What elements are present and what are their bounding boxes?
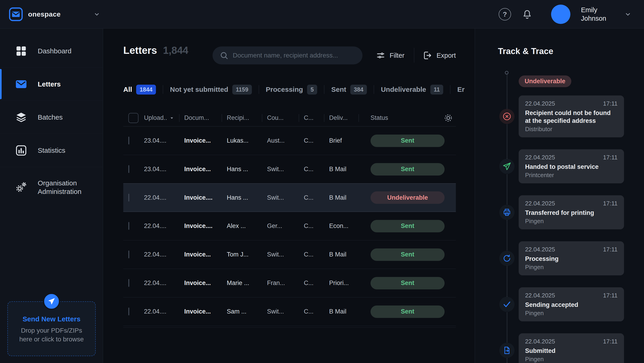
row-checkbox[interactable] — [128, 279, 129, 287]
sidebar-item-dashboard[interactable]: Dashboard — [0, 34, 103, 68]
status-badge: Sent — [370, 248, 444, 261]
timeline-start-dot — [505, 71, 508, 74]
status-badge: Sent — [370, 163, 444, 176]
topbar: onespace ? Emily Johnson — [0, 0, 644, 28]
table-row[interactable]: 23.04.... Invoice... Lukas... Aust... C.… — [123, 126, 456, 155]
panel-title: Track & Trace — [498, 46, 554, 56]
timeline-event-card[interactable]: 22.04.2025 17:11 Transferred for printin… — [519, 195, 624, 229]
error-x-icon — [499, 109, 514, 124]
event-date: 22.04.2025 — [525, 200, 555, 207]
notifications-button[interactable] — [522, 9, 533, 20]
column-header-document[interactable]: Docum... — [184, 114, 227, 122]
table-row-selected[interactable]: 22.04.... Invoice.... Hans ... Swit... C… — [123, 183, 456, 212]
event-source: Pingen — [525, 356, 618, 363]
table-header-row: Upload.. Docum... Recipi... Cou... C... … — [123, 110, 456, 126]
timeline-event: 22.04.2025 17:11 Transferred for printin… — [475, 195, 644, 229]
printer-icon — [499, 205, 514, 220]
event-title: Handed to postal service — [525, 163, 618, 171]
tab-all[interactable]: All 1844 — [123, 85, 163, 94]
tab-undeliverable[interactable]: Undeliverable 11 — [374, 85, 450, 94]
search-icon — [220, 51, 228, 60]
export-icon — [422, 50, 432, 60]
timeline-event-card[interactable]: 22.04.2025 17:11 Processing Pingen — [519, 241, 624, 275]
chevron-down-icon — [94, 11, 100, 18]
table-row[interactable]: 23.04.... Invoice... Hans ... Swit... C.… — [123, 155, 456, 184]
filter-button[interactable]: Filter — [376, 49, 404, 62]
event-source: Pingen — [525, 264, 618, 271]
timeline: Undeliverable 22.04.2025 17:11 Recipient… — [475, 71, 644, 363]
timeline-event-card[interactable]: 22.04.2025 17:11 Handed to postal servic… — [519, 149, 624, 183]
event-time: 17:11 — [603, 292, 618, 299]
search-box — [212, 46, 362, 64]
timeline-event-card[interactable]: 22.04.2025 17:11 Sending accepted Pingen — [519, 287, 624, 321]
status-badge: Sent — [370, 277, 444, 290]
page-title: Letters — [123, 45, 157, 56]
avatar[interactable] — [551, 4, 570, 24]
event-date: 22.04.2025 — [525, 246, 555, 253]
tab-count-badge: 11 — [430, 85, 443, 94]
row-checkbox[interactable] — [128, 308, 129, 316]
timeline-event: 22.04.2025 17:11 Handed to postal servic… — [475, 149, 644, 183]
column-header-recipient[interactable]: Recipi... — [227, 114, 267, 122]
workspace-switcher[interactable]: onespace — [9, 7, 100, 22]
select-all-checkbox[interactable] — [128, 113, 138, 123]
sidebar: Dashboard Letters Batches — [0, 28, 103, 363]
tab-processing[interactable]: Processing 5 — [259, 85, 324, 94]
help-button[interactable]: ? — [499, 8, 511, 20]
bell-icon — [522, 9, 533, 20]
column-header-c[interactable]: C... — [304, 114, 329, 122]
column-header-status[interactable]: Status — [364, 114, 456, 122]
event-title: Recipient could not be found at the spec… — [525, 109, 618, 125]
column-header-country[interactable]: Cou... — [267, 114, 304, 122]
table-settings-button[interactable] — [443, 113, 454, 123]
status-tabs: All 1844 Not yet submitted 1159 Processi… — [123, 82, 472, 97]
row-checkbox[interactable] — [128, 194, 129, 202]
sidebar-item-batches[interactable]: Batches — [0, 101, 103, 134]
document-send-icon — [499, 343, 514, 358]
event-source: Printcenter — [525, 172, 618, 179]
sidebar-item-organisation-administration[interactable]: Organisation Administration — [0, 167, 103, 208]
table-row[interactable]: 22.04.... Invoice... Sam ... Swit... C..… — [123, 298, 456, 326]
send-new-letters-dropzone[interactable]: Send New Letters Drop your PDFs/ZIPs her… — [7, 301, 96, 356]
letters-page: Letters 1,844 Filter Export — [103, 28, 475, 363]
help-icon: ? — [503, 10, 507, 18]
row-checkbox[interactable] — [128, 165, 129, 173]
timeline-event-card[interactable]: 22.04.2025 17:11 Submitted Pingen — [519, 333, 624, 363]
tab-sent[interactable]: Sent 384 — [324, 85, 374, 94]
export-button[interactable]: Export — [422, 49, 456, 62]
active-indicator — [0, 69, 2, 99]
timeline-event: 22.04.2025 17:11 Recipient could not be … — [475, 96, 644, 137]
sidebar-item-label: Organisation Administration — [38, 179, 103, 196]
event-title: Transferred for printing — [525, 209, 618, 217]
table-row[interactable]: 22.04.... Invoice.... Alex ... Ger... C.… — [123, 212, 456, 240]
topbar-actions: ? Emily Johnson — [499, 4, 632, 24]
onespace-logo-icon — [9, 7, 23, 22]
sidebar-item-label: Statistics — [38, 146, 72, 155]
tab-not-yet-submitted[interactable]: Not yet submitted 1159 — [163, 85, 259, 94]
tab-count-badge: 5 — [307, 85, 317, 94]
user-name: Emily Johnson — [581, 6, 614, 22]
timeline-event-card[interactable]: 22.04.2025 17:11 Recipient could not be … — [519, 96, 624, 137]
row-checkbox[interactable] — [128, 250, 129, 258]
table-row[interactable]: 22.04.... Invoice... Marie ... Fran... C… — [123, 269, 456, 298]
event-source: Pingen — [525, 218, 618, 225]
sidebar-item-letters[interactable]: Letters — [0, 68, 103, 101]
status-badge: Sent — [370, 220, 444, 232]
search-input[interactable] — [212, 46, 362, 64]
table-row[interactable]: 22.04.... Invoice... Tom J... Swit... C.… — [123, 240, 456, 269]
user-menu-chevron-icon[interactable] — [624, 10, 632, 18]
row-checkbox[interactable] — [128, 222, 129, 230]
event-date: 22.04.2025 — [525, 338, 555, 345]
gears-icon — [14, 181, 28, 194]
row-checkbox[interactable] — [128, 137, 129, 144]
total-count: 1,844 — [163, 45, 188, 56]
column-header-upload[interactable]: Upload.. — [144, 114, 184, 122]
paper-plane-icon — [43, 292, 60, 310]
check-icon — [499, 297, 514, 312]
event-time: 17:11 — [603, 338, 618, 345]
tab-error[interactable]: Er — [450, 86, 472, 94]
layers-icon — [14, 111, 28, 124]
event-time: 17:11 — [603, 246, 618, 253]
paper-plane-icon — [499, 159, 514, 174]
sidebar-item-statistics[interactable]: Statistics — [0, 134, 103, 167]
